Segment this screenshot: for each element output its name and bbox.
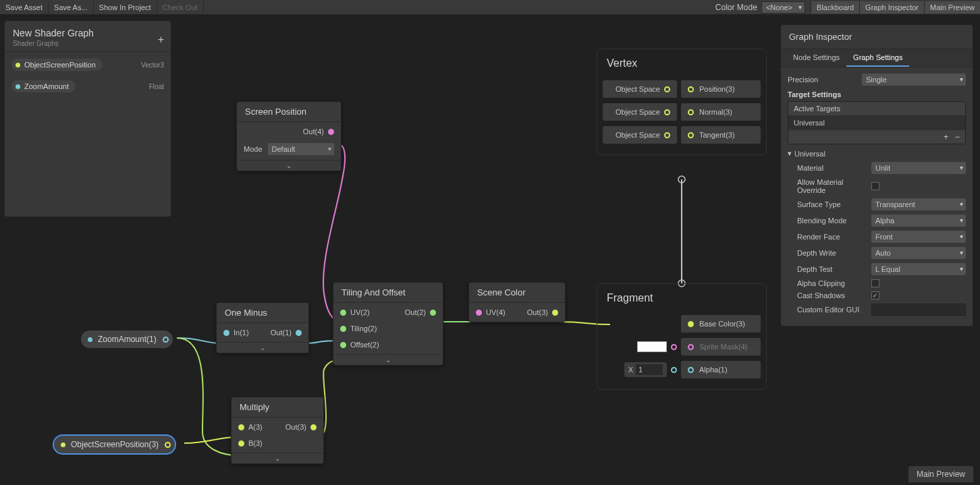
input-port[interactable] [340,342,346,348]
vertex-stack[interactable]: Vertex Object Space Position(3) Object S… [597,49,767,155]
blackboard-subtitle: Shader Graphs [13,40,163,47]
port-label: Out(3) [527,308,548,316]
output-port[interactable] [328,129,334,135]
collapse-button[interactable]: ⌄ [232,453,323,463]
node-scene-color[interactable]: Scene Color UV(4) Out(3) [468,282,566,322]
input-port[interactable] [238,440,244,447]
material-select[interactable]: Unlit [871,162,966,174]
save-asset-button[interactable]: Save Asset [0,1,49,13]
add-target-button[interactable]: + [944,132,948,142]
property-dot-icon [16,63,20,67]
remove-target-button[interactable]: − [955,132,960,142]
main-preview-tab[interactable]: Main Preview [908,466,973,482]
universal-foldout[interactable]: ▾Universal [788,147,966,160]
show-in-project-button[interactable]: Show In Project [94,1,157,13]
node-tiling-and-offset[interactable]: Tiling And Offset UV(2) Out(2) Tiling(2)… [333,282,443,366]
allow-override-checkbox[interactable] [871,182,879,190]
alpha-clipping-checkbox[interactable] [871,279,879,287]
surface-type-select[interactable]: Transparent [871,198,966,210]
depth-write-label: Depth Write [797,249,871,257]
fragment-stack[interactable]: Fragment Base Color(3) Sprite Mask(4) X … [597,283,767,390]
tab-graph-settings[interactable]: Graph Settings [846,49,909,67]
property-row[interactable]: ObjectScreenPosition Vector3 [5,56,171,74]
precision-label: Precision [788,76,862,84]
input-port[interactable] [476,310,482,316]
toolbar: Save Asset Save As... Show In Project Ch… [0,0,980,15]
property-dot-icon [88,337,92,342]
node-one-minus[interactable]: One Minus In(1) Out(1) ⌄ [216,302,309,353]
add-property-button[interactable]: + [158,34,164,46]
slot-space-label: Object Space [616,85,660,93]
input-port[interactable] [688,109,694,115]
stack-title: Fragment [603,292,761,310]
space-port[interactable] [664,132,670,138]
depth-write-select[interactable]: Auto [871,247,966,259]
blending-mode-select[interactable]: Alpha [871,215,966,227]
input-port[interactable] [340,326,346,332]
material-label: Material [797,164,871,172]
node-title: Scene Color [469,283,565,303]
depth-test-select[interactable]: L Equal [871,263,966,275]
blackboard-title: New Shader Graph [13,28,163,38]
port-label: A(3) [248,423,263,431]
slot-label: Tangent(3) [699,131,735,139]
alpha-clipping-label: Alpha Clipping [797,279,871,287]
stack-title: Vertex [603,57,761,75]
main-preview-toggle[interactable]: Main Preview [924,1,980,13]
slot-label: Alpha(1) [699,366,728,374]
output-port[interactable] [163,337,169,343]
property-dot-icon [61,443,65,447]
cast-shadows-label: Cast Shadows [797,291,871,299]
property-name: ZoomAmount [24,82,69,90]
input-port[interactable] [223,330,229,336]
input-port[interactable] [671,367,677,373]
output-port[interactable] [430,310,436,316]
precision-select[interactable]: Single [862,74,966,86]
input-port[interactable] [238,424,244,430]
alpha-x-input[interactable] [636,364,663,375]
input-port[interactable] [688,86,694,92]
blackboard-toggle[interactable]: Blackboard [811,1,859,13]
collapse-button[interactable]: ⌄ [333,354,443,365]
mode-select[interactable]: Default [268,143,334,155]
output-port[interactable] [552,310,558,316]
chip-label: ZoomAmount(1) [98,335,157,344]
output-port[interactable] [296,330,302,336]
node-multiply[interactable]: Multiply A(3) Out(3) B(3) ⌄ [231,397,324,464]
cast-shadows-checkbox[interactable] [871,291,879,299]
space-port[interactable] [664,86,670,92]
color-swatch[interactable] [637,341,667,352]
collapse-button[interactable]: ⌄ [217,342,308,353]
render-face-label: Render Face [797,233,871,241]
color-mode-select[interactable]: <None> [761,1,805,13]
blending-mode-label: Blending Mode [797,217,871,225]
node-title: Multiply [232,397,323,418]
output-port[interactable] [165,442,171,448]
node-screen-position[interactable]: Screen Position Out(4) Mode Default ⌄ [236,101,342,171]
input-port[interactable] [671,344,677,350]
input-port[interactable] [688,321,694,327]
input-port[interactable] [688,367,694,373]
property-node-zoom-amount[interactable]: ZoomAmount(1) [81,331,173,348]
port-label: Tiling(2) [350,324,377,333]
property-node-object-screen-position[interactable]: ObjectScreenPosition(3) [54,436,175,453]
collapse-button[interactable]: ⌄ [237,160,341,171]
port-label: Out(1) [271,329,292,337]
custom-editor-input[interactable] [871,304,966,316]
input-port[interactable] [340,310,346,316]
space-port[interactable] [664,109,670,115]
input-port[interactable] [688,132,694,138]
node-title: Screen Position [237,102,341,122]
tab-node-settings[interactable]: Node Settings [786,49,846,67]
port-label: UV(2) [350,308,370,316]
graph-inspector-toggle[interactable]: Graph Inspector [859,1,924,13]
output-port[interactable] [310,424,317,430]
port-label: Out(4) [303,127,324,136]
save-as-button[interactable]: Save As... [49,1,94,13]
slot-space-label: Object Space [616,108,660,116]
property-row[interactable]: ZoomAmount Float [5,78,171,95]
list-item[interactable]: Universal [788,115,965,130]
input-port[interactable] [688,344,694,350]
property-type: Float [149,83,164,90]
render-face-select[interactable]: Front [871,231,966,243]
